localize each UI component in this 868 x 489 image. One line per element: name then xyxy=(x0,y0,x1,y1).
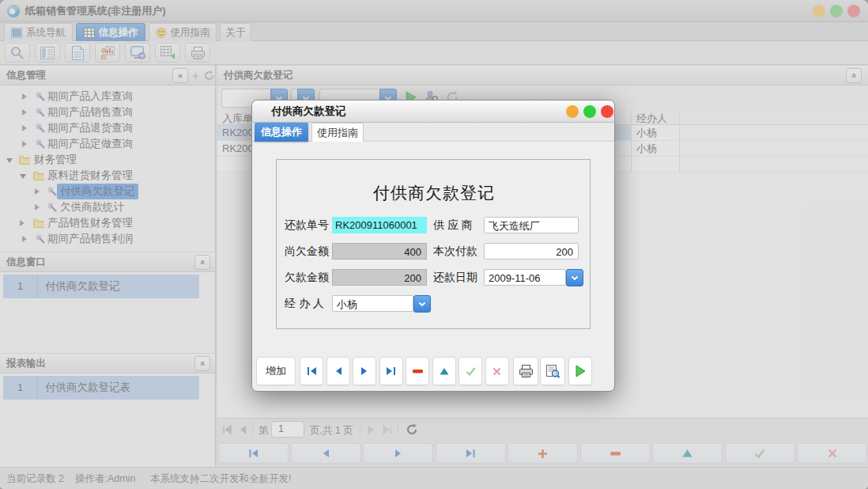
prev-record-button[interactable] xyxy=(326,357,350,385)
first-record-icon xyxy=(307,366,317,376)
last-record-button[interactable] xyxy=(379,357,403,385)
dialog-supplier-debt: 付供商欠款登记 信息操作 使用指南 付供商欠款登记 还款单号 RK2009110… xyxy=(251,100,615,392)
dialog-button-bar: 增加 xyxy=(252,357,614,385)
check-icon xyxy=(466,367,476,376)
dialog-maximize-button[interactable] xyxy=(583,105,596,118)
form-heading: 付供商欠款登记 xyxy=(277,182,591,204)
minus-icon xyxy=(413,370,423,373)
next-record-icon xyxy=(360,366,369,376)
owed-label: 尚欠金额 xyxy=(285,243,329,260)
dialog-minimize-button[interactable] xyxy=(566,105,579,118)
dialog-tab-info-operation[interactable]: 信息操作 xyxy=(255,123,308,142)
dialog-close-button[interactable] xyxy=(601,105,613,118)
confirm-button[interactable] xyxy=(459,357,482,385)
owed-field: 400 xyxy=(332,243,427,260)
dialog-tabbar: 信息操作 使用指南 xyxy=(252,123,614,142)
dialog-form: 付供商欠款登记 还款单号 RK200911060001 供 应 商 飞天造纸厂 … xyxy=(276,159,591,329)
cancel-button[interactable] xyxy=(485,357,509,385)
print-preview-icon xyxy=(546,365,560,378)
first-record-button[interactable] xyxy=(300,357,323,385)
dialog-titlebar: 付供商欠款登记 xyxy=(252,100,614,123)
next-record-button[interactable] xyxy=(353,357,376,385)
dialog-tab-user-guide[interactable]: 使用指南 xyxy=(311,123,364,142)
delete-record-button[interactable] xyxy=(406,357,429,385)
payment-field[interactable]: 200 xyxy=(484,243,579,260)
prev-record-icon xyxy=(334,366,343,376)
repay-no-field[interactable]: RK200911060001 xyxy=(332,217,427,233)
supplier-label: 供 应 商 xyxy=(433,217,473,233)
debt-field: 200 xyxy=(332,269,427,286)
dialog-title: 付供商欠款登记 xyxy=(271,100,346,123)
x-icon xyxy=(492,367,501,376)
payment-label: 本次付款 xyxy=(433,243,477,260)
date-field[interactable]: 2009-11-06 xyxy=(484,269,566,286)
edit-record-button[interactable] xyxy=(432,357,456,385)
date-dropdown-button[interactable] xyxy=(566,269,583,286)
chevron-down-icon xyxy=(418,301,426,307)
add-button[interactable]: 增加 xyxy=(256,357,296,385)
play-icon xyxy=(575,365,587,377)
print-button[interactable] xyxy=(513,357,538,385)
up-triangle-icon xyxy=(440,368,449,375)
chevron-down-icon xyxy=(571,275,579,281)
run-button[interactable] xyxy=(568,357,592,385)
last-record-icon xyxy=(386,366,396,376)
operator-label: 经 办 人 xyxy=(285,295,324,312)
repay-no-label: 还款单号 xyxy=(285,217,329,233)
debt-label: 欠款金额 xyxy=(285,269,329,286)
print-preview-button[interactable] xyxy=(540,357,565,385)
printer-icon xyxy=(519,365,534,377)
date-label: 还款日期 xyxy=(433,269,477,286)
operator-field[interactable]: 小杨 xyxy=(332,295,413,312)
supplier-field[interactable]: 飞天造纸厂 xyxy=(484,217,579,233)
operator-dropdown-button[interactable] xyxy=(413,295,431,313)
